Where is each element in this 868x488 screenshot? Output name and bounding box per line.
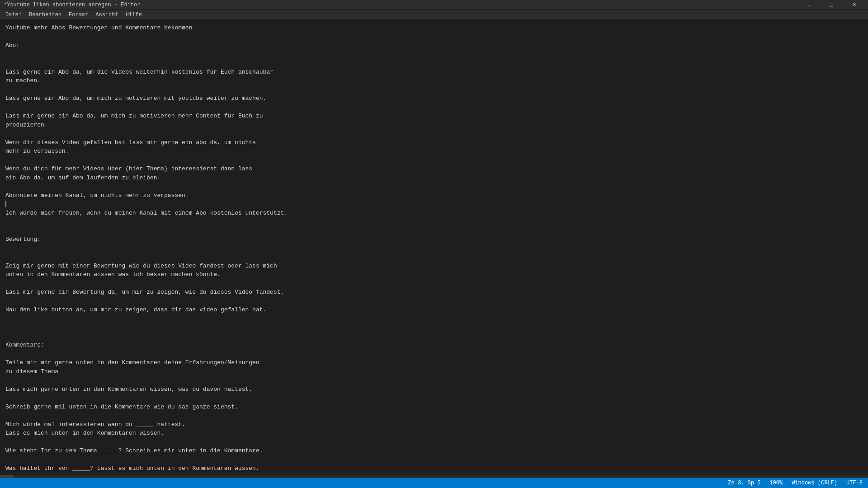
text-line [5,244,863,253]
scroll-track [0,475,868,478]
text-line [5,182,863,191]
menu-bearbeiten[interactable]: Bearbeiten [25,11,65,19]
text-line [5,226,863,235]
text-line [5,323,863,332]
text-line: Lass mich gerne unten in den Kommentaren… [5,385,863,394]
text-line: Lass gerne ein Abo da, um die Videos wei… [5,68,863,77]
encoding[interactable]: UTF-8 [846,480,863,486]
text-line: Lass mir gerne ein Abo da, um mich zu mo… [5,112,863,121]
text-line [5,50,863,59]
text-line: Was haltet Ihr von _____? Lasst es mich … [5,464,863,473]
text-line: Kommentare: [5,341,863,350]
text-line [5,394,863,403]
text-line [5,279,863,288]
text-line: Schreib gerne mal unten in die Kommentar… [5,403,863,412]
text-line: Bewertung: [5,235,863,244]
text-line [5,350,863,359]
menu-bar: Datei Bearbeiten Format Ansicht Hilfe [0,10,868,20]
text-line: Hau den like button an, um mir zu zeigen… [5,305,863,314]
title-bar: *Youtube liken abonnieren anregen - Edit… [0,0,868,10]
text-line: Abonniere meinen Kanal, um nichts mehr z… [5,191,863,200]
text-line: Abo: [5,41,863,50]
text-line [5,129,863,138]
text-line [5,411,863,420]
text-line: unten in den Kommentaren wissen was ich … [5,270,863,279]
text-line [5,85,863,94]
text-line [5,217,863,226]
text-line: Lass mir gerne ein Bewertung da, um mir … [5,288,863,297]
line-ending[interactable]: Windows (CRLF) [792,480,837,486]
text-line: Mich würde mal interessieren wann du ___… [5,420,863,429]
text-line [5,253,863,262]
zoom-level[interactable]: 100% [769,480,783,486]
text-line: Lass es mich unten in den Kommentaren wi… [5,429,863,438]
text-line: Wie steht Ihr zu dem Thema _____? Schrei… [5,446,863,455]
editor-content[interactable]: Youtube mehr Abos Bewertungen und Kommen… [0,20,868,474]
text-line: Lass gerne ein Abo da, um mich zu motivi… [5,94,863,103]
menu-datei[interactable]: Datei [2,11,25,19]
text-line [5,438,863,447]
text-line [5,332,863,341]
text-line: Youtube mehr Abos Bewertungen und Kommen… [5,23,863,33]
horizontal-scrollbar[interactable] [0,474,868,478]
close-button[interactable]: ✕ [844,0,864,10]
text-line: Wenn dir dieses Video gefallen hat lass … [5,138,863,147]
text-line: zu machen. [5,76,863,85]
text-line: Ich würde mich freuen, wenn du meinen Ka… [5,209,863,218]
text-line: Teile mit mir gerne unten in den Komment… [5,358,863,367]
text-line [5,156,863,165]
text-line: mehr zu verpassen. [5,147,863,156]
menu-format[interactable]: Format [65,11,92,19]
cursor-position[interactable]: Ze 3, Sp 5 [728,480,760,486]
text-line [5,314,863,324]
status-bar: Ze 3, Sp 5 100% Windows (CRLF) UTF-8 [0,478,868,488]
text-line: ein Abo da, um auf dem laufenden zu blei… [5,174,863,183]
text-line: produzieren. [5,121,863,130]
text-line: Zeig mir gerne mit einer Bewertung wie d… [5,262,863,271]
text-line [5,297,863,306]
maximize-button[interactable]: □ [821,0,842,10]
text-line: Wenn du dich für mehr Videos über (hier … [5,164,863,174]
text-line [5,33,863,42]
text-cursor [5,201,6,207]
window-title: *Youtube liken abonnieren anregen - Edit… [4,2,140,8]
editor-container: Youtube mehr Abos Bewertungen und Kommen… [0,20,868,478]
text-line [5,376,863,385]
scroll-thumb[interactable] [0,475,14,478]
menu-hilfe[interactable]: Hilfe [122,11,146,19]
text-line: zu diesem Thema [5,367,863,376]
menu-ansicht[interactable]: Ansicht [92,11,122,19]
text-line [5,455,863,465]
window-controls: − □ ✕ [798,0,864,10]
text-line [5,59,863,68]
text-line [5,103,863,112]
minimize-button[interactable]: − [798,0,819,10]
text-line [5,200,863,209]
